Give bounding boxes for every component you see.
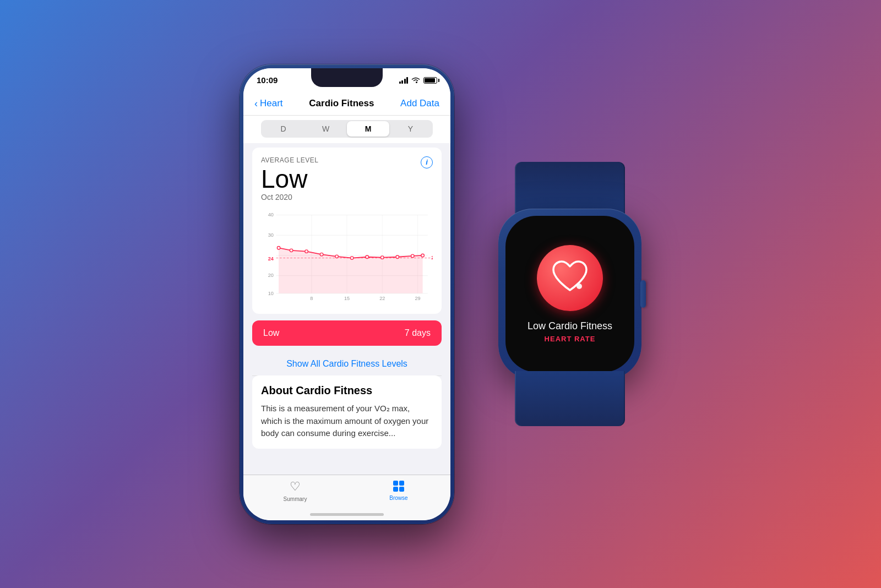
nav-title: Cardio Fitness — [309, 98, 374, 109]
heart-icon — [551, 260, 589, 296]
watch-notification-title: Low Cardio Fitness — [527, 320, 612, 333]
status-icons — [399, 77, 438, 84]
watch-body: Low Cardio Fitness HEART RATE — [498, 209, 641, 379]
wifi-icon — [411, 77, 420, 84]
svg-point-22 — [366, 255, 369, 259]
about-text: This is a measurement of your VO₂ max, w… — [261, 402, 433, 440]
svg-rect-32 — [399, 481, 404, 486]
svg-text:15: 15 — [344, 295, 350, 301]
watch-device: Low Cardio Fitness HEART RATE — [498, 209, 641, 379]
main-scene: 10:09 ‹ — [240, 64, 641, 524]
avg-value: Low — [261, 166, 318, 192]
svg-point-35 — [577, 284, 582, 289]
watch-crown — [640, 280, 646, 308]
svg-point-20 — [335, 255, 339, 258]
svg-text:24: 24 — [268, 256, 274, 262]
watch-notification-subtitle: HEART RATE — [545, 335, 596, 343]
svg-text:30: 30 — [268, 232, 274, 238]
tab-summary[interactable]: ♡ Summary — [243, 480, 347, 502]
iphone-screen: 10:09 ‹ — [243, 68, 450, 520]
info-icon[interactable]: i — [421, 156, 433, 168]
svg-text:24: 24 — [431, 255, 433, 260]
about-title: About Cardio Fitness — [261, 384, 433, 397]
home-indicator — [310, 513, 384, 516]
nav-bar: ‹ Heart Cardio Fitness Add Data — [243, 92, 450, 116]
tab-bar: ♡ Summary Browse — [243, 475, 450, 520]
low-badge-label: Low — [263, 328, 279, 338]
low-badge-days: 7 days — [405, 328, 431, 338]
avg-date: Oct 2020 — [261, 193, 318, 202]
about-section: About Cardio Fitness This is a measureme… — [252, 375, 442, 449]
status-time: 10:09 — [257, 75, 278, 85]
show-all-link[interactable]: Show All Cardio Fitness Levels — [243, 352, 450, 375]
svg-text:10: 10 — [268, 290, 274, 296]
tab-browse[interactable]: Browse — [347, 480, 450, 501]
back-label: Heart — [260, 98, 283, 109]
svg-rect-34 — [399, 487, 404, 492]
time-btn-w[interactable]: W — [304, 121, 347, 137]
svg-rect-31 — [393, 481, 398, 486]
time-btn-m[interactable]: M — [347, 121, 389, 137]
svg-text:22: 22 — [379, 295, 385, 301]
svg-rect-33 — [393, 487, 398, 492]
summary-tab-label: Summary — [284, 496, 307, 502]
battery-icon — [423, 77, 437, 84]
status-bar: 10:09 — [243, 68, 450, 92]
signal-bars-icon — [399, 77, 409, 84]
notch — [311, 68, 383, 87]
svg-text:8: 8 — [310, 295, 313, 301]
svg-point-23 — [380, 255, 384, 259]
svg-point-25 — [411, 254, 415, 258]
time-btn-y[interactable]: Y — [389, 121, 432, 137]
summary-card: AVERAGE LEVEL Low Oct 2020 i — [252, 148, 442, 314]
add-data-button[interactable]: Add Data — [400, 98, 439, 109]
svg-point-16 — [277, 246, 280, 249]
chart-container: 40 30 24 20 10 24 — [261, 206, 433, 305]
avg-label: AVERAGE LEVEL — [261, 156, 318, 164]
back-button[interactable]: ‹ Heart — [254, 98, 283, 110]
time-btn-d[interactable]: D — [262, 121, 304, 137]
browse-tab-label: Browse — [389, 495, 407, 501]
svg-point-24 — [396, 255, 399, 259]
iphone-device: 10:09 ‹ — [240, 64, 454, 524]
heart-tab-icon: ♡ — [290, 480, 301, 494]
low-badge[interactable]: Low 7 days — [252, 320, 442, 346]
svg-point-26 — [421, 254, 425, 257]
cardio-chart: 40 30 24 20 10 24 — [261, 206, 433, 305]
svg-point-17 — [290, 249, 293, 252]
chevron-left-icon: ‹ — [254, 98, 258, 110]
browse-tab-icon — [392, 480, 405, 493]
heart-circle — [537, 245, 603, 311]
svg-text:40: 40 — [268, 212, 274, 217]
watch-screen: Low Cardio Fitness HEART RATE — [505, 216, 634, 372]
svg-point-19 — [320, 253, 323, 256]
svg-point-18 — [305, 249, 308, 253]
svg-text:20: 20 — [268, 273, 274, 278]
svg-text:29: 29 — [415, 295, 420, 301]
watch-band-bottom — [515, 371, 625, 426]
svg-point-21 — [350, 256, 354, 259]
time-selector: D W M Y — [261, 120, 433, 138]
